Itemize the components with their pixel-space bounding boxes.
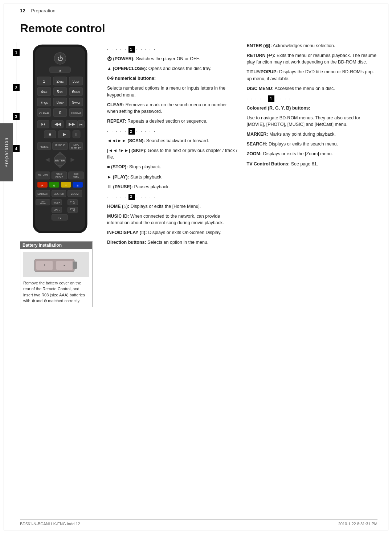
desc-enter: ENTER (◎): Acknowledges menu selection.: [247, 42, 378, 49]
main-layout: 1 2 3 4: [20, 42, 377, 307]
desc-scan: ◄◄/►► (SCAN): Searches backward or forwa…: [107, 137, 238, 144]
svg-text:⏭: ⏭: [79, 123, 82, 126]
svg-text:ENTER: ENTER: [55, 159, 65, 162]
dot-separator-2: · · · · ·2· · · · ·: [107, 128, 238, 135]
desc-title-popup: TITLE/POPUP: Displays the DVD title menu…: [247, 69, 378, 82]
svg-text:VOL+: VOL+: [53, 201, 60, 204]
battery-image: + -: [23, 252, 89, 277]
svg-text:REPEAT: REPEAT: [70, 112, 81, 115]
battery-description: Remove the battery cover on the rear of …: [23, 280, 89, 304]
svg-text:■: ■: [49, 132, 51, 136]
svg-text:∧: ∧: [73, 202, 75, 205]
dot-separator-3: · · · · ·3· · · · ·: [107, 194, 238, 200]
svg-text:DISC: DISC: [73, 173, 78, 175]
desc-numerical-heading: 0-9 numerical buttons:: [107, 75, 238, 82]
svg-text:▶▶: ▶▶: [68, 122, 75, 126]
svg-text:▲: ▲: [58, 69, 61, 72]
dot-separator-4: · · · · ·4· · · · ·: [247, 95, 378, 102]
desc-search: SEARCH: Displays or exits the search men…: [247, 141, 378, 147]
svg-text:CLEAR: CLEAR: [39, 112, 49, 115]
badge-2: 2: [13, 84, 20, 91]
svg-text:-: -: [64, 263, 65, 268]
desc-return: RETURN (↩): Exits the menu or resumes pl…: [247, 52, 378, 65]
desc-direction: Direction buttons: Selects an option in …: [107, 239, 238, 246]
svg-text:⏮: ⏮: [41, 122, 45, 126]
svg-text:R: R: [41, 184, 44, 187]
page-title: Remote control: [20, 22, 377, 35]
badge-3: 3: [13, 113, 20, 120]
svg-text:POPUP: POPUP: [56, 176, 63, 178]
svg-text:INPUT: INPUT: [40, 202, 46, 205]
dot-separator-1: · · · · ·1· · · · ·: [107, 46, 238, 53]
desc-stop: ■ (STOP): Stops playback.: [107, 164, 238, 170]
svg-text:ZOOM: ZOOM: [71, 193, 78, 195]
footer-left: BD561-N-BCANLLK-ENG.indd 12: [20, 522, 80, 526]
battery-installation-box: Battery Installation + - Remove the batt…: [20, 241, 93, 307]
desc-coloured-text: Use to navigate BD-ROM menus. They are a…: [247, 115, 378, 128]
desc-pause: ⏸ (PAUSE): Pauses playback.: [107, 184, 238, 190]
svg-text:⏸: ⏸: [74, 132, 78, 136]
svg-text:VOL-: VOL-: [54, 209, 60, 211]
description-columns: · · · · ·1· · · · · ⏻ (POWER): Switches …: [107, 42, 377, 249]
desc-info: INFO/DISPLAY (□): Displays or exits On-S…: [107, 229, 238, 236]
svg-text:DISPLAY: DISPLAY: [71, 147, 81, 149]
desc-open-close: ▲ (OPEN/CLOSE): Opens and closes the dis…: [107, 65, 238, 72]
battery-box-title: Battery Installation: [20, 242, 92, 249]
desc-skip: |◄◄ /►►| (SKIP): Goes to the next or pre…: [107, 147, 238, 160]
svg-text:MARKER: MARKER: [37, 193, 48, 195]
svg-text:∨: ∨: [73, 209, 75, 213]
svg-text:⏻: ⏻: [57, 55, 63, 62]
badge-1: 1: [13, 49, 20, 56]
main-content: Remote control 1 2: [20, 22, 377, 516]
page-number: 12: [20, 8, 25, 13]
side-tab-label: Preparation: [4, 137, 9, 168]
svg-text:Y: Y: [65, 184, 67, 187]
footer-right: 2010.1.22 8:31:31 PM: [338, 522, 377, 526]
desc-play: ► (PLAY): Starts playback.: [107, 174, 238, 180]
page-footer: BD561-N-BCANLLK-ENG.indd 12 2010.1.22 8:…: [20, 519, 377, 526]
svg-text:INFO/: INFO/: [73, 144, 79, 147]
page-section: Preparation: [31, 8, 55, 13]
desc-coloured-heading: Coloured (R, G, Y, B) buttons:: [247, 105, 378, 111]
side-tab: Preparation: [0, 123, 13, 181]
svg-text:B: B: [77, 184, 78, 187]
desc-marker: MARKER: Marks any point during playback.: [247, 131, 378, 137]
right-column: · · · · ·1· · · · · ⏻ (POWER): Switches …: [107, 42, 377, 307]
desc-tv-control: TV Control Buttons: See page 61.: [247, 161, 378, 167]
svg-text:SEARCH: SEARCH: [53, 193, 64, 195]
remote-container: 1 2 3 4: [24, 42, 96, 235]
desc-disc-menu: DISC MENU: Accesses the menu on a disc.: [247, 85, 378, 92]
desc-clear: CLEAR: Removes a mark on the search menu…: [107, 102, 238, 115]
left-column: 1 2 3 4: [20, 42, 100, 307]
desc-numerical-text: Selects numbered options in a menu or in…: [107, 85, 238, 98]
svg-text:▶: ▶: [62, 132, 66, 136]
desc-col-left: · · · · ·1· · · · · ⏻ (POWER): Switches …: [107, 42, 238, 249]
svg-text:RETURN: RETURN: [38, 173, 48, 176]
svg-text:G: G: [53, 184, 55, 187]
svg-text:TITLE/: TITLE/: [56, 173, 62, 175]
remote-svg: ⏻ ▲ 1 2ABC 3DEF 4GHI 5JKL: [26, 42, 94, 235]
desc-repeat: REPEAT: Repeats a desired section or seq…: [107, 118, 238, 124]
svg-text:MUSIC ID: MUSIC ID: [55, 144, 65, 147]
desc-power: ⏻ (POWER): Switches the player ON or OFF…: [107, 56, 238, 62]
svg-text:MENU: MENU: [73, 176, 79, 178]
svg-text:+: +: [43, 263, 45, 268]
svg-text:HOME: HOME: [40, 145, 49, 148]
desc-zoom: ZOOM: Displays or exits the [Zoom] menu.: [247, 151, 378, 157]
svg-text:TV: TV: [58, 217, 61, 219]
svg-text:◀◀: ◀◀: [54, 122, 61, 126]
svg-rect-95: [73, 262, 77, 269]
desc-music-id: MUSIC ID: When connected to the network,…: [107, 213, 238, 226]
desc-col-right: ENTER (◎): Acknowledges menu selection. …: [247, 42, 378, 249]
desc-home: HOME (⌂): Displays or exits the [Home Me…: [107, 203, 238, 210]
page-header: 12 Preparation: [20, 8, 377, 15]
badge-4: 4: [13, 145, 20, 152]
svg-text:1: 1: [43, 79, 45, 83]
svg-text:0: 0: [59, 111, 61, 115]
